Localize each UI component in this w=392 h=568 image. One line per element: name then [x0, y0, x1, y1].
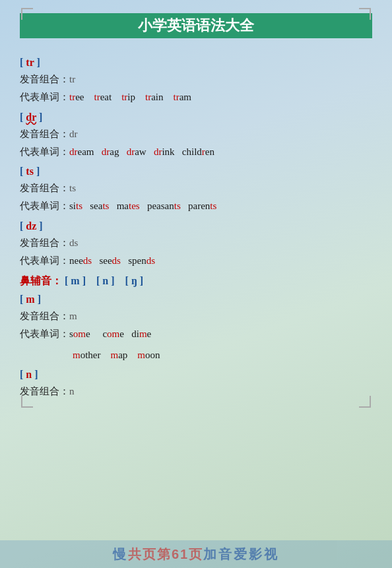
- page-title: 小学英语语法大全: [20, 13, 372, 38]
- words-label-tr: 代表单词：: [20, 92, 69, 102]
- word-dr-ag: ag: [110, 146, 119, 157]
- sound-val-dr: dr: [69, 129, 78, 139]
- corner-decoration-br: [359, 396, 371, 408]
- sound-combination-m: 发音组合：m: [20, 308, 372, 324]
- phoneme-label-dr: [ dr ]: [20, 111, 372, 123]
- word-dz-nee: nee: [69, 255, 83, 266]
- sound-label-m: 发音组合：: [20, 311, 69, 321]
- word-tr-tr2: tr: [94, 92, 100, 102]
- word-m-m4: m: [137, 350, 145, 360]
- sound-label-ts: 发音组合：: [20, 183, 69, 193]
- nasal-item-ng: [ ŋ ]: [125, 275, 144, 286]
- watermark-text-right: 加音爱影视: [203, 546, 279, 563]
- word-m-e1: e: [86, 329, 90, 339]
- sound-val-n: n: [69, 386, 75, 396]
- phoneme-bracket-open-m: [: [20, 294, 26, 305]
- word-m-om1: om: [73, 329, 86, 339]
- word-m-oon: oon: [145, 350, 160, 360]
- words-ts: 代表单词：sits seats mates peasants parents: [20, 198, 372, 215]
- word-dr-child: child: [182, 146, 202, 157]
- word-ts-ts3: ts: [174, 201, 181, 211]
- sound-val-tr: tr: [69, 74, 75, 84]
- sound-label-dz: 发音组合：: [20, 237, 69, 248]
- word-tr-am: am: [180, 92, 191, 102]
- words-label-dz: 代表单词：: [20, 255, 69, 266]
- phoneme-bracket-close: ]: [34, 57, 40, 68]
- sound-label-dr: 发音组合：: [20, 129, 69, 139]
- section-n: [ n ] 发音组合：n: [20, 369, 372, 399]
- word-ts-paren: paren: [188, 201, 210, 211]
- sound-combination-tr: 发音组合：tr: [20, 71, 372, 87]
- word-dz-ds3: ds: [147, 255, 155, 266]
- word-ts-si: si: [69, 201, 76, 211]
- phoneme-char-dr: dr: [26, 111, 36, 123]
- word-dr-aw: aw: [135, 146, 147, 157]
- word-dr-ink: ink: [162, 146, 174, 157]
- word-m-m2: m: [73, 350, 81, 360]
- phoneme-label-m: [ m ]: [20, 294, 372, 305]
- word-tr-tr3: tr: [121, 92, 127, 102]
- word-dz-see: see: [99, 255, 112, 266]
- word-tr-ain: ain: [151, 92, 163, 102]
- phoneme-label-ts: [ ts ]: [20, 166, 372, 177]
- section-tr: [ tr ] 发音组合：tr 代表单词：tree treat trip trai…: [20, 57, 372, 106]
- word-ts-ts1: ts: [76, 201, 82, 211]
- word-tr-ip: ip: [127, 92, 135, 102]
- words-m-line1: 代表单词：some come dime: [20, 326, 372, 343]
- phoneme-label-tr: [ tr ]: [20, 57, 372, 69]
- section-ts: [ ts ] 发音组合：ts 代表单词：sits seats mates pea…: [20, 166, 372, 215]
- phoneme-char-n: n: [26, 369, 32, 380]
- word-ts-ts2: ts: [102, 201, 109, 211]
- bottom-watermark-bar: 慢 共页第61页 加音爱影视: [0, 540, 392, 568]
- word-dr-dr1: dr: [69, 146, 78, 157]
- sound-val-dz: ds: [69, 237, 78, 248]
- word-m-m3: m: [111, 350, 119, 360]
- phoneme-bracket-close-m: ]: [35, 294, 41, 305]
- phoneme-label-n: [ n ]: [20, 369, 372, 381]
- word-m-ap: ap: [118, 350, 127, 360]
- nasal-label-cn: 鼻辅音：: [20, 275, 62, 286]
- watermark-text-left: 慢: [113, 546, 128, 563]
- sound-combination-n: 发音组合：n: [20, 383, 372, 399]
- word-m-m: m: [139, 329, 147, 339]
- section-dr: [ dr ] 发音组合：dr 代表单词：dream drag draw drin…: [20, 111, 372, 161]
- word-tr-tr1: tr: [69, 92, 75, 102]
- section-m: [ m ] 发音组合：m 代表单词：some come dime mother …: [20, 294, 372, 363]
- phoneme-bracket-close-n: ]: [32, 369, 38, 380]
- sound-label-n: 发音组合：: [20, 386, 69, 396]
- words-label-m: 代表单词：: [20, 329, 69, 339]
- phoneme-char-dz: dz: [26, 220, 36, 232]
- word-ts-tes: tes: [129, 201, 140, 211]
- words-label-dr: 代表单词：: [20, 146, 69, 157]
- words-m-line2: mother map moon: [20, 347, 372, 364]
- word-ts-ma: ma: [117, 201, 129, 211]
- word-m-e2: e: [119, 329, 124, 339]
- word-dr-dr4: dr: [154, 146, 162, 157]
- word-tr-eat: eat: [100, 92, 112, 102]
- watermark-page: 共页第61页: [128, 546, 203, 563]
- phoneme-label-dz: [ dz ]: [20, 220, 372, 232]
- phoneme-char-tr: tr: [26, 57, 34, 68]
- sound-val-ts: ts: [69, 183, 76, 193]
- sound-combination-dr: 发音组合：dr: [20, 126, 372, 142]
- nasal-header-section: 鼻辅音： [ m ] [ n ] [ ŋ ]: [20, 274, 372, 288]
- word-m-om2: om: [107, 329, 119, 339]
- corner-decoration-bl: [21, 396, 33, 408]
- words-tr: 代表单词：tree treat trip train tram: [20, 89, 372, 106]
- sound-combination-dz: 发音组合：ds: [20, 235, 372, 251]
- word-dz-ds2: ds: [112, 255, 121, 266]
- word-dr-dr3: dr: [127, 146, 135, 157]
- word-m-other: other: [81, 350, 101, 360]
- corner-decoration-tl: [21, 8, 33, 20]
- phoneme-bracket-open-ts: [: [20, 166, 26, 177]
- word-dr-en: en: [205, 146, 214, 157]
- word-m-e3: e: [147, 329, 152, 339]
- phoneme-char-m: m: [26, 294, 34, 305]
- nasal-header: 鼻辅音： [ m ] [ n ] [ ŋ ]: [20, 274, 372, 288]
- word-dz-spen: spen: [128, 255, 147, 266]
- word-dr-dr2: dr: [102, 146, 110, 157]
- word-tr-tr4: tr: [145, 92, 151, 102]
- words-label-ts: 代表单词：: [20, 201, 69, 211]
- phoneme-bracket-open-dz: [: [20, 220, 26, 232]
- title-wrapper: 小学英语语法大全: [20, 13, 372, 50]
